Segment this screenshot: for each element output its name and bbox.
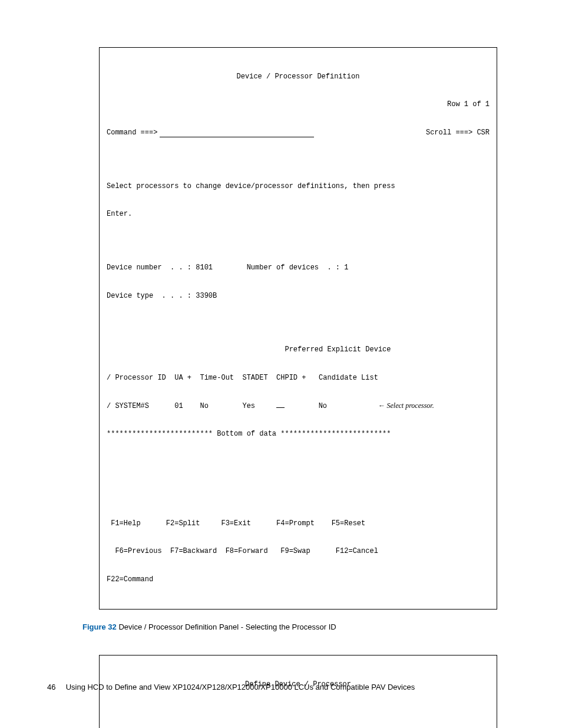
panel1-instruction-1: Select processors to change device/proce… <box>107 182 490 192</box>
panel1-device-info-line: Device number . . : 8101 Number of devic… <box>107 263 490 273</box>
arrow-icon: ← Select processor. <box>378 401 434 410</box>
panel-device-processor-definition: Device / Processor Definition Row 1 of 1… <box>99 47 497 610</box>
panel1-command-line: Command ===>Scroll ===> CSR <box>107 129 490 138</box>
processor-row: / SYSTEM#S 01 No Yes No ← Select process… <box>107 401 490 411</box>
panel1-fkeys-2: F6=Previous F7=Backward F8=Forward F9=Sw… <box>107 547 490 556</box>
page-footer: 46 Using HCD to Define and View XP1024/X… <box>47 683 415 691</box>
select-processor-note: Select processor. <box>386 401 434 410</box>
number-of-devices: Number of devices . : 1 <box>247 263 349 272</box>
panel1-row-info: Row 1 of 1 <box>107 100 490 110</box>
command-input[interactable] <box>160 129 314 138</box>
panel1-instruction-2: Enter. <box>107 210 490 219</box>
device-number: Device number . . : 8101 <box>107 263 213 272</box>
panel-define-device-processor: Define Device / Processor Specify or rev… <box>99 655 497 728</box>
column-header-1: Preferred Explicit Device <box>107 345 490 355</box>
footer-section-title: Using HCD to Define and View XP1024/XP12… <box>66 683 415 691</box>
document-page: Device / Processor Definition Row 1 of 1… <box>0 0 562 728</box>
page-number: 46 <box>47 683 64 691</box>
panel1-fkeys-3: F22=Command <box>107 575 490 585</box>
device-type: Device type . . . : 3390B <box>107 292 490 301</box>
bottom-of-data: ************************* Bottom of data… <box>107 430 490 439</box>
figure-caption-text: Device / Processor Definition Panel - Se… <box>117 622 336 631</box>
chpid-input[interactable] <box>276 407 285 408</box>
panel1-title: Device / Processor Definition <box>107 73 490 82</box>
figure-32-caption: Figure 32 Device / Processor Definition … <box>82 622 515 631</box>
command-label: Command ===> <box>107 129 157 138</box>
scroll-label: Scroll ===> CSR <box>426 129 490 138</box>
figure-number: Figure 32 <box>82 622 117 631</box>
processor-row-data-2: No <box>285 402 378 410</box>
column-header-2: / Processor ID UA + Time-Out STADET CHPI… <box>107 374 490 383</box>
panel1-fkeys-1: F1=Help F2=Split F3=Exit F4=Prompt F5=Re… <box>107 519 490 529</box>
processor-row-data: / SYSTEM#S 01 No Yes <box>107 402 276 410</box>
